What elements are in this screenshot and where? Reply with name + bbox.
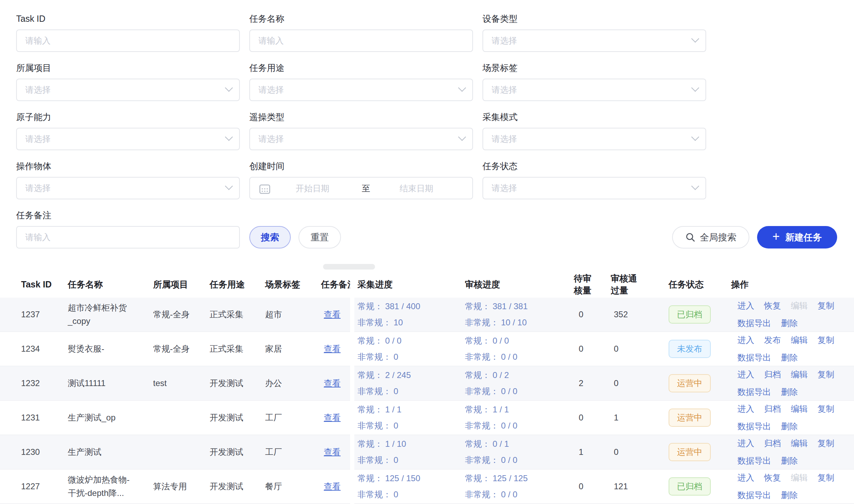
- cell-actions: 进入归档编辑复制数据导出删除: [737, 400, 836, 435]
- scene-tag-select[interactable]: 请选择: [482, 79, 706, 101]
- cell-pending-count: 2: [579, 377, 600, 390]
- action-link[interactable]: 归档: [764, 400, 781, 418]
- status-badge: 运营中: [669, 443, 711, 461]
- view-remark-link[interactable]: 查看: [324, 378, 341, 388]
- global-search-button[interactable]: 全局搜索: [672, 226, 749, 248]
- status-badge: 运营中: [669, 409, 711, 427]
- collect-mode-select[interactable]: 请选择: [482, 128, 706, 150]
- atomic-ability-select[interactable]: 请选择: [16, 128, 240, 150]
- cell-pending-count: 0: [579, 342, 600, 356]
- filter-label-task-status: 任务状态: [482, 161, 706, 171]
- toolbar: 全局搜索 + 新建任务: [672, 226, 837, 248]
- cell-remark: 查看: [324, 342, 351, 356]
- action-link[interactable]: 删除: [781, 486, 798, 504]
- table-body: 1237超市冷鲜柜补货_copy常规-全身正式采集超市查看常规： 381 / 4…: [0, 298, 854, 504]
- new-task-label: 新建任务: [786, 231, 822, 244]
- cell-pending-count: 0: [579, 411, 600, 424]
- select-placeholder: 请选择: [25, 183, 51, 194]
- action-link[interactable]: 数据导出: [737, 418, 771, 435]
- filter-label-teleop-type: 遥操类型: [249, 112, 473, 122]
- cell-status: 已归档: [669, 477, 732, 496]
- action-link[interactable]: 编辑: [791, 366, 808, 383]
- view-remark-link[interactable]: 查看: [324, 482, 341, 491]
- action-link[interactable]: 数据导出: [737, 452, 771, 470]
- action-link[interactable]: 删除: [781, 418, 798, 435]
- cell-task-id: 1232: [21, 377, 63, 390]
- view-remark-link[interactable]: 查看: [324, 310, 341, 319]
- action-link[interactable]: 编辑: [791, 435, 808, 452]
- operate-object-select[interactable]: 请选择: [16, 177, 240, 199]
- cell-review-progress: 常规： 0 / 0非常规： 0 / 0: [465, 333, 570, 365]
- filter-label-atomic-ability: 原子能力: [16, 112, 240, 122]
- action-link[interactable]: 归档: [764, 366, 781, 383]
- device-type-select[interactable]: 请选择: [482, 29, 706, 52]
- cell-task-id: 1237: [21, 308, 63, 321]
- cell-review-progress: 常规： 0 / 1非常规： 0 / 0: [465, 436, 570, 468]
- search-button[interactable]: 搜索: [249, 226, 291, 248]
- view-remark-link[interactable]: 查看: [324, 344, 341, 353]
- cell-remark: 查看: [324, 308, 351, 321]
- task-remark-input[interactable]: [16, 226, 240, 248]
- project-select[interactable]: 请选择: [16, 79, 240, 101]
- filter-label-operate-object: 操作物体: [16, 161, 240, 171]
- filter-grid: Task ID任务名称设备类型请选择所属项目请选择任务用途请选择场景标签请选择原…: [16, 13, 707, 248]
- cell-project: test: [153, 377, 190, 390]
- action-link[interactable]: 复制: [817, 366, 834, 383]
- progress-line: 常规： 0 / 0: [357, 333, 463, 349]
- action-link[interactable]: 进入: [737, 400, 754, 418]
- action-link[interactable]: 进入: [737, 331, 754, 349]
- action-link[interactable]: 数据导出: [737, 486, 771, 504]
- action-link[interactable]: 复制: [817, 331, 834, 349]
- cell-task-name: 测试11111: [68, 377, 135, 390]
- action-link[interactable]: 编辑: [791, 400, 808, 418]
- view-remark-link[interactable]: 查看: [324, 413, 341, 422]
- plus-icon: +: [772, 230, 780, 243]
- cell-purpose: 开发测试: [210, 411, 259, 424]
- action-link[interactable]: 删除: [781, 452, 798, 470]
- action-link[interactable]: 删除: [781, 314, 798, 332]
- cell-collect-progress: 常规： 125 / 150非常规： 0: [357, 470, 463, 503]
- horizontal-scrollbar-thumb[interactable]: [323, 264, 375, 270]
- status-badge: 运营中: [669, 374, 711, 392]
- view-remark-link[interactable]: 查看: [324, 447, 341, 457]
- action-link[interactable]: 进入: [737, 297, 754, 314]
- filter-label-scene-tag: 场景标签: [482, 62, 706, 73]
- task-name-input[interactable]: [249, 29, 473, 52]
- action-link[interactable]: 恢复: [764, 297, 781, 314]
- progress-line: 非常规： 10 / 10: [465, 314, 570, 331]
- date-separator: 至: [362, 183, 370, 194]
- action-link[interactable]: 复制: [817, 469, 834, 486]
- action-link[interactable]: 发布: [764, 331, 781, 349]
- header-purpose: 任务用途: [210, 271, 259, 298]
- new-task-button[interactable]: + 新建任务: [757, 226, 837, 248]
- action-link[interactable]: 进入: [737, 366, 754, 383]
- task-purpose-select[interactable]: 请选择: [249, 79, 473, 101]
- reset-button[interactable]: 重置: [298, 226, 341, 248]
- action-link[interactable]: 复制: [817, 297, 834, 314]
- filter-teleop-type: 遥操类型请选择: [249, 112, 473, 150]
- action-link[interactable]: 数据导出: [737, 314, 771, 332]
- action-link[interactable]: 归档: [764, 435, 781, 452]
- select-placeholder: 请选择: [492, 183, 517, 194]
- action-link[interactable]: 数据导出: [737, 383, 771, 401]
- cell-review-progress: 常规： 1 / 1非常规： 0 / 0: [465, 402, 570, 434]
- teleop-type-select[interactable]: 请选择: [249, 128, 473, 150]
- action-link[interactable]: 进入: [737, 469, 754, 486]
- action-link[interactable]: 删除: [781, 383, 798, 401]
- action-link[interactable]: 恢复: [764, 469, 781, 486]
- cell-approved-count: 1: [614, 411, 645, 424]
- action-link[interactable]: 数据导出: [737, 349, 771, 366]
- select-placeholder: 请选择: [258, 133, 284, 145]
- action-link[interactable]: 编辑: [791, 331, 808, 349]
- task-status-select[interactable]: 请选择: [482, 177, 706, 199]
- action-link[interactable]: 复制: [817, 435, 834, 452]
- action-link[interactable]: 复制: [817, 400, 834, 418]
- cell-pending-count: 0: [579, 480, 600, 493]
- filter-label-task-remark: 任务备注: [16, 210, 240, 220]
- create-time-range-picker[interactable]: 开始日期至结束日期: [249, 177, 473, 199]
- cell-pending-count: 0: [579, 308, 600, 321]
- action-link[interactable]: 进入: [737, 435, 754, 452]
- action-link[interactable]: 删除: [781, 349, 798, 366]
- task-id-input[interactable]: [16, 29, 240, 52]
- status-badge: 已归档: [669, 305, 711, 324]
